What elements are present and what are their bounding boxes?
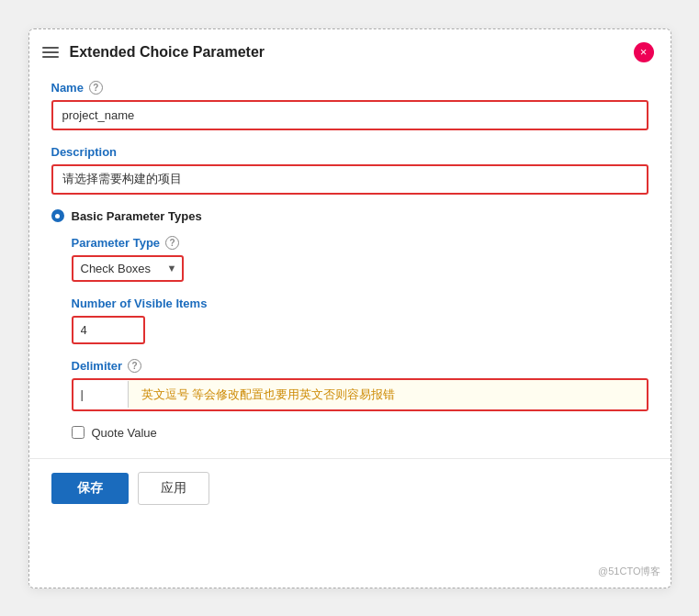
delimiter-input[interactable]: [73, 381, 129, 408]
watermark: @51CTO博客: [598, 565, 660, 578]
basic-param-section: Basic Parameter Types: [51, 209, 648, 223]
dialog-body: Name ? Description Basic Parameter Types…: [29, 72, 671, 458]
name-help-icon[interactable]: ?: [89, 81, 103, 95]
param-type-group: Parameter Type ? Check Boxes Radio Butto…: [72, 236, 648, 282]
quote-value-checkbox[interactable]: [72, 426, 85, 439]
apply-button[interactable]: 应用: [138, 472, 209, 505]
dialog-header: Extended Choice Parameter ×: [29, 29, 671, 72]
visible-items-label: Number of Visible Items: [72, 297, 648, 310]
delimiter-help-icon[interactable]: ?: [128, 359, 141, 373]
basic-param-label: Basic Parameter Types: [72, 209, 202, 223]
name-label: Name ?: [51, 81, 648, 95]
param-type-help-icon[interactable]: ?: [165, 236, 179, 250]
description-input[interactable]: [51, 164, 648, 195]
visible-items-input[interactable]: [72, 316, 145, 344]
description-label: Description: [51, 145, 648, 159]
basic-param-radio[interactable]: [51, 209, 64, 222]
delimiter-hint: 英文逗号 等会修改配置也要用英文否则容易报错: [129, 380, 647, 409]
name-group: Name ?: [51, 81, 648, 130]
param-type-select-wrapper: Check Boxes Radio Buttons Multi-Select T…: [72, 255, 184, 282]
param-type-select[interactable]: Check Boxes Radio Buttons Multi-Select T…: [72, 255, 184, 282]
description-group: Description: [51, 145, 648, 195]
param-type-label: Parameter Type ?: [72, 236, 648, 250]
delimiter-group: Delimiter ? 英文逗号 等会修改配置也要用英文否则容易报错: [72, 359, 648, 411]
dialog: Extended Choice Parameter × Name ? Descr…: [28, 28, 671, 588]
dialog-title: Extended Choice Parameter: [70, 44, 634, 61]
hamburger-icon[interactable]: [42, 47, 59, 58]
quote-value-row: Quote Value: [72, 426, 648, 440]
visible-items-group: Number of Visible Items: [72, 297, 648, 344]
delimiter-row: 英文逗号 等会修改配置也要用英文否则容易报错: [72, 378, 648, 411]
delimiter-label: Delimiter ?: [72, 359, 648, 373]
basic-param-content: Parameter Type ? Check Boxes Radio Butto…: [51, 236, 648, 440]
name-input[interactable]: [51, 100, 648, 130]
quote-value-label: Quote Value: [92, 426, 157, 440]
close-button[interactable]: ×: [634, 42, 654, 62]
dialog-footer: 保存 应用: [29, 458, 671, 521]
save-button[interactable]: 保存: [51, 473, 129, 504]
